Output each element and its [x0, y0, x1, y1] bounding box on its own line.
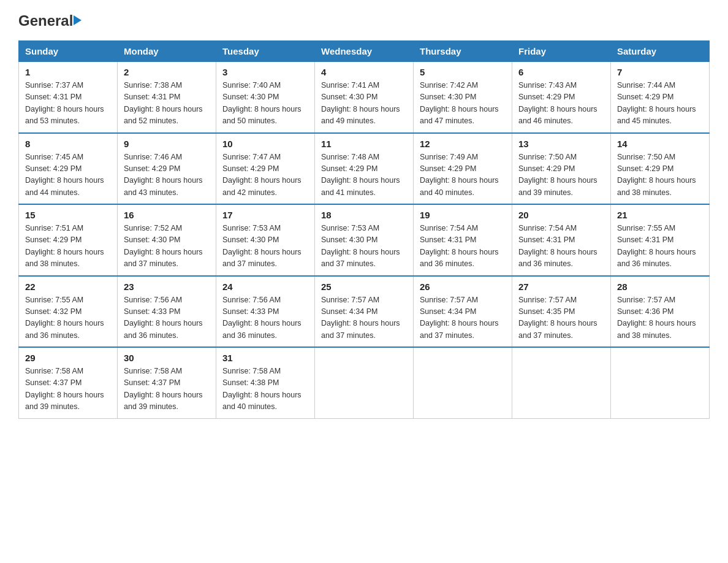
day-number: 2	[124, 67, 210, 77]
day-info: Sunrise: 7:53 AMSunset: 4:30 PMDaylight:…	[321, 223, 407, 270]
calendar-cell	[611, 347, 710, 418]
calendar-cell: 12 Sunrise: 7:49 AMSunset: 4:29 PMDaylig…	[414, 133, 512, 205]
logo-general-text: General	[18, 12, 73, 29]
day-number: 10	[222, 139, 308, 149]
header-sunday: Sunday	[19, 41, 118, 62]
day-number: 20	[518, 210, 604, 220]
day-info: Sunrise: 7:57 AMSunset: 4:35 PMDaylight:…	[518, 294, 604, 342]
day-number: 13	[518, 139, 604, 149]
day-info: Sunrise: 7:50 AMSunset: 4:29 PMDaylight:…	[518, 151, 604, 199]
day-number: 22	[25, 282, 111, 292]
calendar-cell: 4 Sunrise: 7:41 AMSunset: 4:30 PMDayligh…	[315, 62, 414, 133]
calendar-cell: 17 Sunrise: 7:53 AMSunset: 4:30 PMDaylig…	[216, 204, 315, 276]
day-number: 16	[124, 210, 210, 220]
day-number: 5	[420, 67, 506, 77]
calendar-cell: 14 Sunrise: 7:50 AMSunset: 4:29 PMDaylig…	[611, 133, 710, 205]
calendar-cell: 1 Sunrise: 7:37 AMSunset: 4:31 PMDayligh…	[19, 62, 118, 133]
day-info: Sunrise: 7:51 AMSunset: 4:29 PMDaylight:…	[25, 223, 111, 270]
header-thursday: Thursday	[414, 41, 512, 62]
day-info: Sunrise: 7:56 AMSunset: 4:33 PMDaylight:…	[222, 294, 308, 342]
page-header: General	[18, 12, 710, 29]
day-info: Sunrise: 7:47 AMSunset: 4:29 PMDaylight:…	[222, 151, 308, 199]
calendar-week-row: 29 Sunrise: 7:58 AMSunset: 4:37 PMDaylig…	[19, 347, 710, 418]
day-info: Sunrise: 7:49 AMSunset: 4:29 PMDaylight:…	[420, 151, 506, 199]
day-number: 7	[617, 67, 703, 77]
day-number: 6	[518, 67, 604, 77]
header-friday: Friday	[512, 41, 611, 62]
calendar-cell: 24 Sunrise: 7:56 AMSunset: 4:33 PMDaylig…	[216, 276, 315, 348]
day-info: Sunrise: 7:58 AMSunset: 4:37 PMDaylight:…	[25, 366, 111, 413]
day-number: 9	[124, 139, 210, 149]
day-number: 4	[321, 67, 407, 77]
day-number: 28	[617, 282, 703, 292]
day-number: 27	[518, 282, 604, 292]
day-info: Sunrise: 7:54 AMSunset: 4:31 PMDaylight:…	[518, 223, 604, 270]
calendar-cell: 7 Sunrise: 7:44 AMSunset: 4:29 PMDayligh…	[611, 62, 710, 133]
weekday-header-row: Sunday Monday Tuesday Wednesday Thursday…	[19, 41, 710, 62]
header-monday: Monday	[118, 41, 216, 62]
day-info: Sunrise: 7:46 AMSunset: 4:29 PMDaylight:…	[124, 151, 210, 199]
calendar-cell: 19 Sunrise: 7:54 AMSunset: 4:31 PMDaylig…	[414, 204, 512, 276]
day-info: Sunrise: 7:52 AMSunset: 4:30 PMDaylight:…	[124, 223, 210, 270]
calendar-cell: 31 Sunrise: 7:58 AMSunset: 4:38 PMDaylig…	[216, 347, 315, 418]
day-info: Sunrise: 7:40 AMSunset: 4:30 PMDaylight:…	[222, 80, 308, 128]
day-info: Sunrise: 7:57 AMSunset: 4:36 PMDaylight:…	[617, 294, 703, 342]
day-number: 3	[222, 67, 308, 77]
day-number: 8	[25, 139, 111, 149]
calendar-cell: 18 Sunrise: 7:53 AMSunset: 4:30 PMDaylig…	[315, 204, 414, 276]
day-number: 26	[420, 282, 506, 292]
calendar-cell: 22 Sunrise: 7:55 AMSunset: 4:32 PMDaylig…	[19, 276, 118, 348]
day-number: 24	[222, 282, 308, 292]
calendar-cell: 15 Sunrise: 7:51 AMSunset: 4:29 PMDaylig…	[19, 204, 118, 276]
calendar-cell: 2 Sunrise: 7:38 AMSunset: 4:31 PMDayligh…	[118, 62, 216, 133]
calendar-week-row: 22 Sunrise: 7:55 AMSunset: 4:32 PMDaylig…	[19, 276, 710, 348]
day-info: Sunrise: 7:48 AMSunset: 4:29 PMDaylight:…	[321, 151, 407, 199]
header-wednesday: Wednesday	[315, 41, 414, 62]
day-info: Sunrise: 7:57 AMSunset: 4:34 PMDaylight:…	[321, 294, 407, 342]
day-info: Sunrise: 7:41 AMSunset: 4:30 PMDaylight:…	[321, 80, 407, 128]
day-number: 18	[321, 210, 407, 220]
calendar-cell: 5 Sunrise: 7:42 AMSunset: 4:30 PMDayligh…	[414, 62, 512, 133]
day-number: 17	[222, 210, 308, 220]
day-number: 30	[124, 353, 210, 363]
day-number: 23	[124, 282, 210, 292]
calendar-week-row: 1 Sunrise: 7:37 AMSunset: 4:31 PMDayligh…	[19, 62, 710, 133]
day-info: Sunrise: 7:42 AMSunset: 4:30 PMDaylight:…	[420, 80, 506, 128]
day-number: 11	[321, 139, 407, 149]
calendar-cell: 23 Sunrise: 7:56 AMSunset: 4:33 PMDaylig…	[118, 276, 216, 348]
day-info: Sunrise: 7:37 AMSunset: 4:31 PMDaylight:…	[25, 80, 111, 128]
day-number: 12	[420, 139, 506, 149]
calendar-week-row: 15 Sunrise: 7:51 AMSunset: 4:29 PMDaylig…	[19, 204, 710, 276]
calendar-cell: 10 Sunrise: 7:47 AMSunset: 4:29 PMDaylig…	[216, 133, 315, 205]
day-info: Sunrise: 7:54 AMSunset: 4:31 PMDaylight:…	[420, 223, 506, 270]
day-info: Sunrise: 7:55 AMSunset: 4:31 PMDaylight:…	[617, 223, 703, 270]
day-number: 1	[25, 67, 111, 77]
day-info: Sunrise: 7:44 AMSunset: 4:29 PMDaylight:…	[617, 80, 703, 128]
calendar-cell: 28 Sunrise: 7:57 AMSunset: 4:36 PMDaylig…	[611, 276, 710, 348]
day-info: Sunrise: 7:57 AMSunset: 4:34 PMDaylight:…	[420, 294, 506, 342]
day-number: 14	[617, 139, 703, 149]
day-number: 15	[25, 210, 111, 220]
calendar-cell: 26 Sunrise: 7:57 AMSunset: 4:34 PMDaylig…	[414, 276, 512, 348]
calendar-cell: 13 Sunrise: 7:50 AMSunset: 4:29 PMDaylig…	[512, 133, 611, 205]
day-info: Sunrise: 7:45 AMSunset: 4:29 PMDaylight:…	[25, 151, 111, 199]
calendar-cell: 21 Sunrise: 7:55 AMSunset: 4:31 PMDaylig…	[611, 204, 710, 276]
calendar-cell	[512, 347, 611, 418]
header-tuesday: Tuesday	[216, 41, 315, 62]
day-info: Sunrise: 7:38 AMSunset: 4:31 PMDaylight:…	[124, 80, 210, 128]
calendar-cell	[315, 347, 414, 418]
day-number: 31	[222, 353, 308, 363]
calendar-cell: 20 Sunrise: 7:54 AMSunset: 4:31 PMDaylig…	[512, 204, 611, 276]
calendar-week-row: 8 Sunrise: 7:45 AMSunset: 4:29 PMDayligh…	[19, 133, 710, 205]
calendar-cell: 25 Sunrise: 7:57 AMSunset: 4:34 PMDaylig…	[315, 276, 414, 348]
day-info: Sunrise: 7:43 AMSunset: 4:29 PMDaylight:…	[518, 80, 604, 128]
calendar-cell: 8 Sunrise: 7:45 AMSunset: 4:29 PMDayligh…	[19, 133, 118, 205]
header-saturday: Saturday	[611, 41, 710, 62]
day-number: 19	[420, 210, 506, 220]
calendar-cell: 11 Sunrise: 7:48 AMSunset: 4:29 PMDaylig…	[315, 133, 414, 205]
calendar-cell: 30 Sunrise: 7:58 AMSunset: 4:37 PMDaylig…	[118, 347, 216, 418]
calendar-cell: 27 Sunrise: 7:57 AMSunset: 4:35 PMDaylig…	[512, 276, 611, 348]
logo-triangle-icon	[74, 15, 82, 25]
calendar-cell: 3 Sunrise: 7:40 AMSunset: 4:30 PMDayligh…	[216, 62, 315, 133]
day-info: Sunrise: 7:55 AMSunset: 4:32 PMDaylight:…	[25, 294, 111, 342]
